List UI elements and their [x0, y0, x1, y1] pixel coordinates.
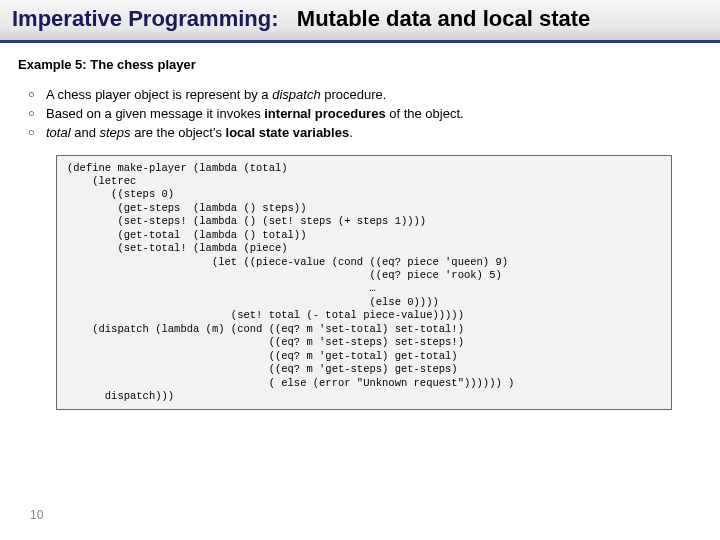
page-number: 10	[30, 508, 43, 522]
title-rest: Mutable data and local state	[297, 6, 590, 31]
slide-title: Imperative Programming: Mutable data and…	[12, 6, 708, 32]
bullet-item: A chess player object is represent by a …	[28, 86, 702, 105]
bullet-item: total and steps are the object's local s…	[28, 124, 702, 143]
example-label: Example 5: The chess player	[18, 57, 702, 72]
slide-header: Imperative Programming: Mutable data and…	[0, 0, 720, 43]
bullet-item: Based on a given message it invokes inte…	[28, 105, 702, 124]
code-block: (define make-player (lambda (total) (let…	[56, 155, 672, 411]
slide-content: Example 5: The chess player A chess play…	[0, 43, 720, 410]
bullet-list: A chess player object is represent by a …	[28, 86, 702, 143]
title-prefix: Imperative Programming:	[12, 6, 279, 31]
